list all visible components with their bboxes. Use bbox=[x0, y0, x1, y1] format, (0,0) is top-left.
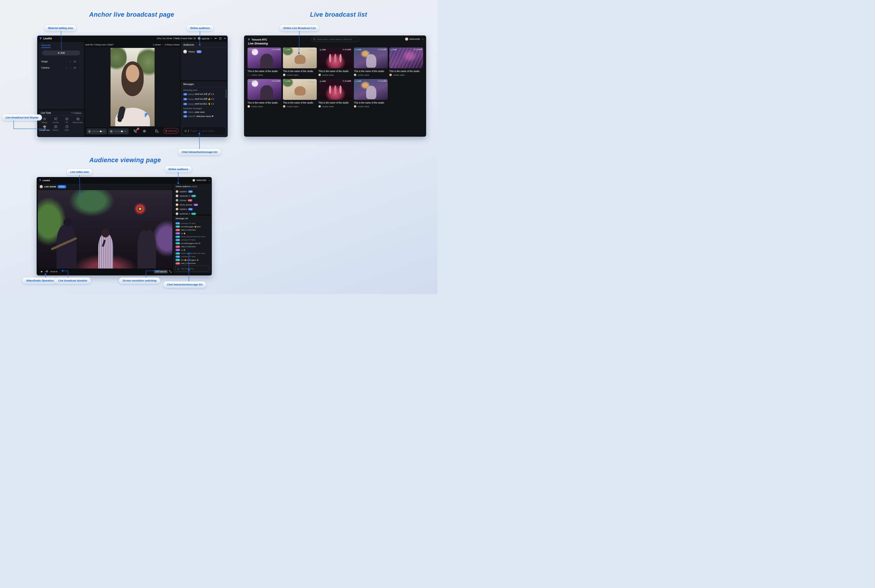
online-member-row[interactable]: Johntaz ♥99 bbox=[173, 198, 211, 202]
viewer-titlebar: LiveKit 986644389 bbox=[37, 177, 212, 183]
online-member-row[interactable]: Spektral0_0 ♥99 bbox=[173, 194, 211, 198]
chat-message-input[interactable] bbox=[190, 129, 224, 132]
callout-chat-interaction-viewer: Chat interaction/message list bbox=[164, 282, 206, 288]
sources-panel: Sources ⊕ Add Image ↑ ↓ ⋮ Camera ↑ ↓ bbox=[39, 42, 84, 109]
live-room-card[interactable]: LIVE 8人正在观看 This is the name of the stud… bbox=[354, 48, 388, 76]
tool-change-voice[interactable]: Change Voice bbox=[39, 125, 50, 131]
online-member-row[interactable]: Spektral0_0 ♥99 bbox=[173, 212, 211, 216]
broadcast-video-stage bbox=[85, 47, 180, 127]
anchor-row: Anchor name bbox=[318, 74, 352, 76]
fullscreen-expand-button[interactable] bbox=[169, 270, 171, 274]
collapse-toggle[interactable]: Collapse bbox=[72, 112, 81, 114]
visibility-eye-icon[interactable] bbox=[74, 60, 76, 63]
follow-button[interactable]: Follow bbox=[57, 185, 66, 188]
more-options-icon[interactable]: ⋮ bbox=[79, 60, 81, 63]
gift-news-section-label: Gift-giving news bbox=[183, 89, 225, 91]
room-title: This is the name of the studio bbox=[248, 102, 281, 104]
speaker-volume-slider[interactable] bbox=[114, 131, 127, 132]
heart-icon: ♥ bbox=[176, 232, 177, 234]
gift-message-text: send out 火箭 🚀 x 1 bbox=[195, 93, 214, 96]
live-video-player[interactable] bbox=[38, 190, 173, 268]
title-audience-page: Audience viewing page bbox=[89, 157, 161, 164]
end-live-button[interactable]: End Live bbox=[164, 128, 179, 134]
live-room-card[interactable]: LIVE 8人正在观看 This is the name of the stud… bbox=[248, 48, 281, 76]
heart-icon: ♥ bbox=[176, 249, 177, 250]
visibility-eye-icon[interactable] bbox=[74, 67, 76, 69]
user-avatar[interactable] bbox=[198, 37, 201, 40]
gift-message-row: 0 Henry send out 点赞 👍 x 1 bbox=[183, 98, 225, 100]
live-room-card[interactable]: LIVE 8人正在观看 This is the name of the stud… bbox=[283, 48, 317, 76]
chat-message-row: ♥99 tral0_0 modCheck bbox=[176, 229, 209, 231]
slider-knob[interactable] bbox=[100, 130, 102, 132]
tool-pk[interactable]: PK PK bbox=[61, 117, 72, 123]
message-text: enter room bbox=[195, 111, 205, 113]
move-up-icon[interactable]: ↑ bbox=[66, 66, 67, 69]
speaker-volume-control[interactable] bbox=[108, 128, 129, 134]
percussionist-figure bbox=[137, 229, 156, 268]
anchor-chat-input-box[interactable]: ☺ bbox=[182, 127, 225, 135]
room-title: This is the name of the studio bbox=[389, 70, 423, 72]
account-id: 986644389 bbox=[410, 38, 420, 40]
live-room-card[interactable]: LIVE 8人正在观看 This is the name of the stud… bbox=[354, 79, 388, 108]
anchor-name: Anchor name bbox=[393, 74, 405, 76]
chat-message-row: ♥99 tral0_0 modCheck bbox=[176, 246, 209, 248]
mic-volume-slider[interactable] bbox=[92, 131, 105, 132]
source-row-image[interactable]: Image ↑ ↓ ⋮ bbox=[39, 59, 84, 64]
avatar bbox=[176, 199, 179, 202]
account-menu[interactable]: 986644389 bbox=[192, 179, 210, 182]
slider-knob[interactable] bbox=[121, 130, 123, 132]
account-menu[interactable]: 986644389 bbox=[405, 38, 423, 41]
tool-reverb-voice[interactable]: Reverb Voice bbox=[72, 117, 83, 123]
live-room-card[interactable]: LIVE 8人正在观看 This is the name of the stud… bbox=[283, 79, 317, 108]
member-name: Spektral0_0 bbox=[180, 213, 190, 215]
tab-sources[interactable]: Sources bbox=[41, 44, 51, 48]
tool-record[interactable]: Record bbox=[50, 125, 61, 131]
message-text: bot 👋EbilDoggies ✨ bbox=[181, 259, 198, 261]
play-button[interactable]: ▶ bbox=[41, 270, 43, 273]
watching-count: 8人正在观看 bbox=[343, 80, 351, 82]
live-room-card[interactable]: LIVE 8人正在观看 This is the name of the stud… bbox=[318, 48, 352, 76]
online-member-row[interactable]: Nightbot ♥32 bbox=[173, 189, 211, 194]
tool-bgm[interactable]: BGM bbox=[61, 125, 72, 131]
move-up-icon[interactable]: ↑ bbox=[66, 60, 67, 63]
chevron-down-icon[interactable] bbox=[210, 37, 212, 39]
search-input[interactable] bbox=[317, 38, 357, 41]
heart-icon: ♥ bbox=[176, 243, 177, 244]
viewer-chat-input-box[interactable]: ☺ bbox=[175, 266, 209, 272]
move-down-icon[interactable]: ↓ bbox=[70, 66, 71, 69]
heart-icon: ♥ bbox=[176, 263, 177, 264]
live-room-card[interactable]: LIVE 8人正在观看 This is the name of the stud… bbox=[389, 48, 423, 76]
chat-message-input[interactable] bbox=[180, 267, 207, 270]
live-badge: LIVE bbox=[355, 80, 361, 82]
more-options-icon[interactable]: ⋮ bbox=[79, 66, 81, 69]
add-source-button[interactable]: ⊕ Add bbox=[42, 51, 80, 56]
settings-button[interactable] bbox=[143, 129, 146, 134]
chat-message-row: ♥65 zc 👋 bbox=[176, 232, 209, 234]
minimize-icon[interactable] bbox=[215, 38, 217, 39]
reverb-sliders-icon bbox=[76, 117, 80, 121]
emoji-button[interactable]: ☺ bbox=[184, 129, 187, 132]
source-row-camera[interactable]: Camera ↑ ↓ ⋮ bbox=[39, 65, 84, 70]
online-member-row[interactable]: Nightbot ♥32 bbox=[173, 207, 211, 212]
online-member-row[interactable]: Ghost_Beretta ♥65 bbox=[173, 203, 211, 207]
emoji-button[interactable]: ☺ bbox=[177, 267, 179, 270]
mute-speaker-button[interactable] bbox=[46, 270, 48, 274]
resolution-switch-button[interactable]: 720P Ultra HD bbox=[154, 270, 168, 273]
livekit-watermark-logo bbox=[143, 112, 149, 118]
live-room-card[interactable]: LIVE 8人正在观看 This is the name of the stud… bbox=[248, 79, 281, 108]
watching-count: 8人正在观看 bbox=[307, 80, 316, 82]
call-requests-button[interactable] bbox=[134, 129, 137, 134]
heart-icon: ♥ bbox=[194, 204, 195, 206]
close-icon[interactable]: × bbox=[224, 37, 226, 40]
scrollbar-thumb[interactable] bbox=[226, 89, 227, 98]
anchor-name: Anchor name bbox=[251, 74, 263, 76]
mic-volume-control[interactable] bbox=[86, 128, 107, 134]
tool-link-mic[interactable]: Link Mic bbox=[50, 117, 61, 123]
orientation-switch-button[interactable] bbox=[155, 129, 159, 134]
maximize-icon[interactable] bbox=[219, 38, 221, 39]
audience-member-row[interactable]: Henry 0 bbox=[181, 48, 227, 56]
move-down-icon[interactable]: ↓ bbox=[70, 60, 71, 63]
live-room-card[interactable]: LIVE 8人正在观看 This is the name of the stud… bbox=[318, 79, 352, 108]
room-search-box[interactable] bbox=[311, 37, 360, 42]
user-name[interactable]: zack-h5 bbox=[202, 37, 209, 40]
